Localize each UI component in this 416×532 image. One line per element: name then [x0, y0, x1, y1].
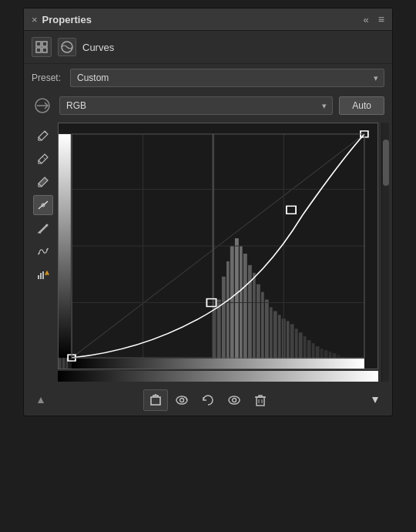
svg-point-73 [233, 399, 237, 402]
view-previous-button[interactable] [169, 389, 194, 411]
scrollbar-thumb[interactable] [383, 140, 389, 186]
channel-row: RGB Red Green Blue Auto [24, 92, 392, 120]
histogram-warning-tool[interactable] [33, 264, 53, 285]
curves-area [24, 120, 392, 385]
black-eyedropper-tool[interactable] [33, 126, 53, 146]
visibility-button[interactable] [222, 389, 247, 411]
grid-icon [35, 41, 48, 53]
properties-panel: × Properties « ≡ [23, 8, 393, 416]
trash-icon [253, 393, 267, 407]
gray-eyedropper-tool[interactable] [33, 149, 53, 169]
svg-point-15 [47, 274, 48, 274]
curves-icon [60, 40, 74, 54]
preset-label: Preset: [32, 72, 64, 83]
clip-layer-icon [149, 393, 163, 407]
svg-rect-12 [40, 273, 42, 279]
white-point-icon [369, 394, 381, 406]
svg-rect-11 [38, 275, 39, 279]
panel-header-left: Curves [32, 37, 114, 57]
histogram-warning-icon [37, 268, 49, 281]
svg-rect-13 [42, 271, 44, 279]
panel-header: Curves [24, 31, 392, 64]
delete-button[interactable] [248, 389, 273, 411]
curves-icon-button[interactable] [58, 38, 76, 56]
channel-icon [32, 95, 53, 116]
svg-rect-24 [235, 238, 239, 369]
svg-marker-67 [38, 397, 44, 403]
pencil-tool[interactable] [33, 218, 53, 238]
svg-rect-68 [151, 397, 160, 405]
svg-rect-29 [257, 285, 260, 369]
svg-rect-60 [59, 134, 71, 358]
svg-rect-21 [222, 277, 226, 369]
panel-title: Properties [42, 14, 92, 25]
svg-rect-1 [42, 42, 47, 46]
svg-point-6 [45, 132, 46, 133]
smooth-tool[interactable] [33, 241, 53, 261]
tools-sidebar [32, 123, 55, 382]
svg-rect-26 [243, 254, 247, 369]
grid-icon-button[interactable] [32, 37, 52, 57]
curve-tool-icon [37, 199, 49, 211]
title-bar: × Properties « ≡ [24, 8, 392, 31]
curves-svg [59, 123, 377, 369]
preset-select[interactable]: Custom Default Strong Contrast Medium Co… [70, 69, 384, 87]
gray-eyedropper-icon [37, 153, 49, 165]
auto-button[interactable]: Auto [339, 96, 384, 115]
svg-rect-63 [287, 206, 296, 214]
channel-select-wrapper[interactable]: RGB Red Green Blue [59, 96, 333, 115]
arrow-icon [34, 97, 51, 114]
undo-icon [201, 393, 215, 407]
svg-point-72 [229, 396, 240, 404]
visibility-icon [227, 393, 241, 407]
svg-rect-61 [72, 359, 364, 369]
svg-rect-25 [240, 246, 243, 369]
curves-graph[interactable] [58, 123, 378, 369]
svg-rect-23 [230, 246, 234, 369]
horizontal-gradient-bar [58, 371, 378, 382]
white-eyedropper-tool[interactable] [33, 172, 53, 192]
svg-line-7 [42, 157, 45, 160]
clip-layer-button[interactable] [143, 389, 168, 411]
white-eyedropper-icon [37, 176, 49, 188]
target-icon [35, 394, 47, 406]
svg-rect-0 [36, 42, 41, 46]
black-eyedropper-icon [37, 130, 49, 142]
preset-row: Preset: Custom Default Strong Contrast M… [24, 64, 392, 92]
smooth-icon [37, 245, 49, 258]
svg-rect-2 [36, 48, 41, 52]
svg-rect-30 [261, 292, 264, 369]
bottom-toolbar [24, 385, 392, 416]
title-bar-left: × Properties [32, 14, 92, 25]
svg-rect-28 [253, 273, 256, 369]
undo-button[interactable] [196, 389, 220, 411]
scrollbar[interactable] [381, 123, 389, 382]
close-button[interactable]: × [32, 15, 38, 25]
channel-select[interactable]: RGB Red Green Blue [59, 96, 333, 115]
curve-adjust-tool[interactable] [33, 195, 53, 215]
collapse-icon[interactable]: « [364, 14, 369, 25]
svg-rect-3 [42, 48, 47, 52]
svg-rect-74 [257, 397, 264, 406]
preset-select-wrapper[interactable]: Custom Default Strong Contrast Medium Co… [70, 69, 384, 87]
svg-rect-22 [226, 261, 230, 369]
curves-label: Curves [82, 42, 114, 53]
eye-spiral-icon [175, 393, 189, 407]
pencil-icon [37, 222, 49, 234]
svg-marker-78 [372, 397, 378, 403]
svg-point-71 [180, 399, 184, 402]
curves-graph-container [58, 123, 378, 382]
menu-icon[interactable]: ≡ [378, 13, 384, 25]
